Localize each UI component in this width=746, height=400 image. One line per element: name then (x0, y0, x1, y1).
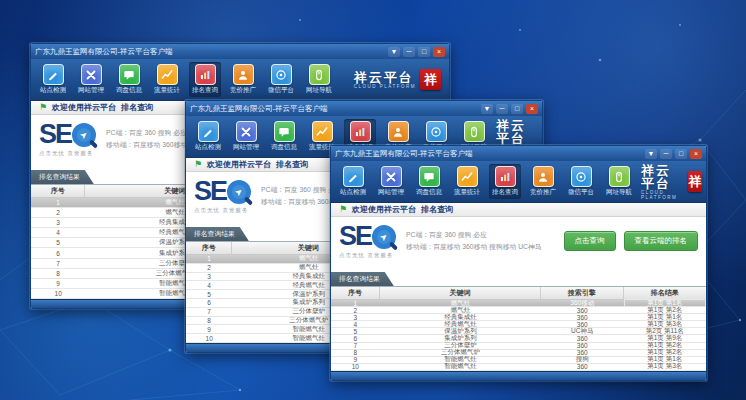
column-header-keyword: 关键词 (380, 287, 541, 299)
minimize-button[interactable]: ─ (403, 47, 415, 57)
toolbar-item-inquiry[interactable]: 询盘信息 (413, 164, 445, 199)
welcome-section: 排名查询 (276, 159, 308, 170)
column-header-engine: 搜索引擎 (541, 287, 624, 299)
close-button[interactable]: × (433, 47, 445, 57)
skin-button[interactable]: ▼ (388, 47, 400, 57)
brand-name: 祥云平台 (354, 71, 416, 84)
toolbar-item-label: 询盘信息 (416, 188, 442, 197)
results-tab[interactable]: 排名查询结果 (31, 170, 94, 184)
toolbar-item-wechat[interactable]: 微信平台 (565, 164, 597, 199)
toolbar-item-inquiry[interactable]: 询盘信息 (113, 62, 145, 97)
site-check-icon (198, 121, 219, 142)
close-button[interactable]: × (526, 104, 538, 114)
toolbar-item-wechat[interactable]: 微信平台 (265, 62, 297, 97)
cell-index: 9 (186, 326, 232, 333)
inquiry-message-icon (274, 121, 295, 142)
minimize-button[interactable]: ─ (496, 104, 508, 114)
toolbar-item-site-manage[interactable]: 网站管理 (75, 62, 107, 97)
toolbar-item-label: 网站管理 (233, 143, 259, 152)
toolbar-item-nav[interactable]: 网址导航 (603, 164, 635, 199)
site-nav-icon (609, 166, 630, 187)
brand-seal: 祥 (420, 69, 441, 90)
maximize-button[interactable]: □ (511, 104, 523, 114)
query-area: SE ➤ 点击无忧 直营服务 PC端：百度 360 搜狗 必应 移动端：百度移动… (331, 217, 706, 267)
ranking-query-icon (195, 64, 216, 85)
brand-block: 祥云平台 CLOUD PLATFORM 祥 (354, 69, 443, 90)
window-controls: ▼ ─ □ × (388, 47, 445, 57)
toolbar-item-site-check[interactable]: 站点检测 (337, 164, 369, 199)
seo-logo-tagline: 点击无忧 直营服务 (39, 150, 96, 157)
cell-index: 7 (331, 342, 380, 349)
window-title: 广东九鼎王监网有限公司-祥云平台客户端 (335, 149, 473, 159)
seo-logo-text: SE (39, 121, 71, 148)
toolbar-item-label: 网址导航 (606, 188, 632, 197)
mobile-engines-line: 移动端：百度移动 360移动 搜狗移动 UC神马 (406, 241, 542, 253)
site-nav-icon (464, 121, 485, 142)
traffic-stats-icon (157, 64, 178, 85)
pc-engines-line: PC端：百度 360 搜狗 必应 (406, 229, 542, 241)
cell-index: 3 (31, 219, 85, 226)
toolbar-item-label: 竞价推广 (530, 188, 556, 197)
toolbar-item-site-check[interactable]: 站点检测 (37, 62, 69, 97)
site-manage-icon (381, 166, 402, 187)
maximize-button[interactable]: □ (418, 47, 430, 57)
toolbar-item-label: 网站管理 (78, 86, 104, 95)
main-toolbar: 站点检测 网站管理 询盘信息 流量统计 排名查询 (31, 59, 449, 101)
results-tab[interactable]: 排名查询结果 (186, 227, 249, 241)
magnifier-icon: ➤ (72, 123, 96, 147)
magnifier-icon: ➤ (227, 180, 251, 204)
cell-index: 3 (186, 273, 232, 280)
brand-seal: 祥 (688, 171, 702, 192)
close-button[interactable]: × (690, 149, 702, 159)
wechat-platform-icon (571, 166, 592, 187)
window-bottom-bar (331, 371, 706, 380)
wechat-platform-icon (271, 64, 292, 85)
welcome-text: 欢迎使用祥云平台 (352, 204, 416, 215)
toolbar-item-label: 询盘信息 (271, 143, 297, 152)
cell-index: 7 (186, 308, 232, 315)
site-check-icon (43, 64, 64, 85)
maximize-button[interactable]: □ (675, 149, 687, 159)
results-tab[interactable]: 排名查询结果 (331, 272, 394, 286)
skin-button[interactable]: ▼ (645, 149, 657, 159)
toolbar-item-site-manage[interactable]: 网站管理 (375, 164, 407, 199)
toolbar-item-inquiry[interactable]: 询盘信息 (268, 119, 300, 154)
toolbar-item-label: 站点检测 (195, 143, 221, 152)
brand-name: 祥云平台 (641, 164, 684, 190)
toolbar-item-label: 排名查询 (192, 86, 218, 95)
cell-engine: 360 (541, 363, 624, 370)
skin-button[interactable]: ▼ (481, 104, 493, 114)
cell-index: 5 (31, 239, 85, 246)
toolbar-item-ranking[interactable]: 排名查询 (189, 62, 221, 97)
toolbar-item-label: 微信平台 (568, 188, 594, 197)
toolbar-item-traffic[interactable]: 流量统计 (451, 164, 483, 199)
toolbar-item-promotion[interactable]: 竞价推广 (527, 164, 559, 199)
cell-index: 4 (331, 321, 380, 328)
toolbar-item-label: 流量统计 (454, 188, 480, 197)
window-title: 广东九鼎王监网有限公司-祥云平台客户端 (190, 104, 328, 114)
table-row[interactable]: 10 智能燃气灶 360 第1页 第3名 (331, 364, 706, 371)
seo-logo-tagline: 点击无忧 直营服务 (339, 252, 396, 259)
toolbar-item-ranking[interactable]: 排名查询 (489, 164, 521, 199)
cell-index: 5 (186, 291, 232, 298)
cell-index: 10 (331, 363, 380, 370)
cell-index: 10 (186, 335, 232, 342)
cell-index: 8 (186, 317, 232, 324)
toolbar-item-site-manage[interactable]: 网站管理 (230, 119, 262, 154)
cell-index: 1 (186, 255, 232, 262)
toolbar-item-site-check[interactable]: 站点检测 (192, 119, 224, 154)
toolbar-item-promotion[interactable]: 竞价推广 (227, 62, 259, 97)
site-manage-icon (81, 64, 102, 85)
flag-icon: ⚑ (339, 205, 347, 214)
minimize-button[interactable]: ─ (660, 149, 672, 159)
promotion-icon (533, 166, 554, 187)
toolbar-item-traffic[interactable]: 流量统计 (151, 62, 183, 97)
welcome-bar: ⚑ 欢迎使用祥云平台 排名查询 (331, 203, 706, 217)
view-cloud-ranking-button[interactable]: 查看云端的排名 (624, 231, 699, 251)
column-header-index: 序号 (186, 242, 232, 254)
toolbar-item-nav[interactable]: 网址导航 (303, 62, 335, 97)
query-button[interactable]: 点击查询 (564, 231, 616, 251)
brand-block: 祥云平台 CLOUD PLATFORM 祥 (641, 164, 704, 200)
cell-index: 2 (31, 209, 85, 216)
site-check-icon (343, 166, 364, 187)
